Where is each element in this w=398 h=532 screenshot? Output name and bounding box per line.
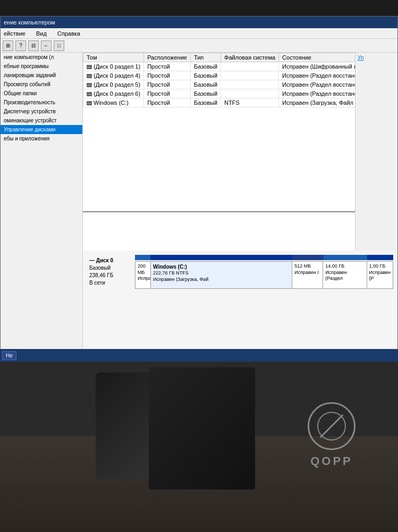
disk-partitions: 200 МБ Исправе Windows (C:) 222,76 ГБ NT… (135, 261, 393, 289)
disk-size: 238,46 ГБ (89, 272, 133, 279)
partition-5-status: Исправен (Р (369, 270, 391, 282)
col-status: Состояние (279, 53, 355, 62)
partition-1[interactable]: 200 МБ Исправе (136, 262, 151, 288)
taskbar-item[interactable]: Не (2, 351, 16, 360)
brand-text: QOPP (308, 454, 355, 468)
table-row[interactable]: (Диск 0 раздел 5) Простой Базовый Исправ… (83, 80, 355, 89)
sidebar-item-scheduler[interactable]: ланировщик заданий (1, 71, 82, 80)
window-title: ение компьютером (4, 19, 55, 26)
cell-name: (Диск 0 раздел 4) (83, 71, 144, 80)
cell-fs (221, 62, 279, 71)
table-row[interactable]: (Диск 0 раздел 6) Простой Базовый Исправ… (83, 89, 355, 98)
col-fs: Файловая система (221, 53, 279, 62)
disk-type: Базовый (89, 264, 133, 272)
brand-circle-icon (308, 402, 355, 450)
menu-view[interactable]: Вид (35, 30, 48, 37)
toolbar-btn-2[interactable]: ? (15, 40, 26, 51)
partition-4-size: 14,00 ГБ (325, 263, 364, 270)
cell-status: Исправен (Раздел восстановления) (279, 80, 355, 89)
partition-5-size: 1,00 ГБ (369, 263, 391, 270)
partition-4[interactable]: 14,00 ГБ Исправен (Раздел (323, 262, 367, 288)
cell-status: Исправен (Раздел восстановления) (279, 89, 355, 98)
sidebar: ние компьютером (л ебные программы ланир… (1, 53, 83, 357)
cell-status: Исправен (Шифрованный (EFI) систе (279, 62, 355, 71)
disk-color-bar (135, 255, 393, 260)
disk-name: — Диск 0 (89, 257, 133, 264)
bar-seg-4 (324, 255, 368, 260)
app-window: ение компьютером ействие Вид Справка ⊞ ?… (0, 16, 398, 356)
bar-seg-1 (135, 255, 150, 260)
partition-1-status: Исправе (138, 276, 148, 282)
toolbar-btn-5[interactable]: □ (54, 40, 64, 51)
cell-layout: Простой (144, 62, 191, 71)
partition-windows-name: Windows (C:) (153, 263, 290, 270)
cell-type: Базовый (190, 80, 221, 89)
brand-logo: QOPP (308, 402, 355, 468)
partition-1-size: 200 МБ (138, 263, 148, 276)
table-row[interactable]: (Диск 0 раздел 1) Простой Базовый Исправ… (83, 62, 355, 71)
cell-fs (221, 80, 279, 89)
cell-type: Базовый (190, 89, 221, 98)
col-layout: Расположение (144, 53, 191, 62)
menu-action[interactable]: ействие (3, 30, 27, 37)
cell-fs: NTFS (221, 98, 279, 107)
physical-area: QOPP (0, 362, 398, 532)
cell-status: Исправен (Загрузка, Файл подкачки, (279, 98, 355, 107)
disk-visual: 200 МБ Исправе Windows (C:) 222,76 ГБ NT… (135, 255, 393, 289)
cell-name: Windows (C:) (83, 98, 144, 107)
toolbar-btn-3[interactable]: ⊟ (28, 40, 39, 51)
cell-type: Базовый (190, 71, 221, 80)
disk-info: — Диск 0 Базовый 238,46 ГБ В сети (87, 255, 135, 289)
cell-type: Базовый (190, 62, 221, 71)
toolbar-btn-1[interactable]: ⊞ (3, 40, 13, 51)
col-volume: Том (83, 53, 144, 62)
sidebar-item-computer[interactable]: ние компьютером (л (1, 53, 82, 62)
cell-layout: Простой (144, 71, 191, 80)
sidebar-item-devices[interactable]: Диспетчер устройств (1, 107, 82, 116)
cell-name: (Диск 0 раздел 5) (83, 80, 144, 89)
table-row[interactable]: (Диск 0 раздел 4) Простой Базовый Исправ… (83, 71, 355, 80)
sidebar-item-storage[interactable]: оминающие устройст (1, 116, 82, 125)
cell-status: Исправен (Раздел восстановления) (279, 71, 355, 80)
toolbar: ⊞ ? ⊟ ← □ (1, 39, 397, 53)
bar-seg-5 (367, 255, 393, 260)
disk-row: — Диск 0 Базовый 238,46 ГБ В сети (87, 255, 393, 289)
title-bar: ение компьютером (1, 16, 397, 28)
action-label-1[interactable]: Уп (358, 55, 395, 61)
taskbar: Не (0, 349, 398, 362)
taskbar-item-label: Не (6, 353, 13, 359)
partition-3-status: Исправен I (294, 270, 320, 276)
sidebar-item-perf[interactable]: Производительность (1, 98, 82, 107)
toolbar-btn-4[interactable]: ← (41, 40, 52, 51)
disk-visual-area: — Диск 0 Базовый 238,46 ГБ В сети (83, 251, 397, 357)
partition-windows-detail1: 222,76 ГБ NTFS (153, 270, 290, 277)
cell-fs (221, 71, 279, 80)
right-panel: Том Расположение Тип Файловая система Со… (83, 53, 397, 357)
sidebar-item-utilities[interactable]: ебные программы (1, 62, 82, 71)
table-row[interactable]: Windows (C:) Простой Базовый NTFS Исправ… (83, 98, 355, 107)
cell-layout: Простой (144, 98, 191, 107)
partition-3[interactable]: 512 МБ Исправен I (292, 262, 323, 288)
sidebar-item-events[interactable]: Просмотр событий (1, 80, 82, 89)
disk-table: Том Расположение Тип Файловая система Со… (83, 53, 355, 107)
cell-type: Базовый (190, 98, 221, 107)
partition-windows-detail2: Исправен (Загрузка, Фай (153, 277, 290, 283)
cell-layout: Простой (144, 89, 191, 98)
bar-seg-3 (292, 255, 323, 260)
sidebar-item-disks[interactable]: Управление дисками (1, 125, 82, 134)
sidebar-item-folders[interactable]: Общие папки (1, 89, 82, 98)
action-panel: Уп (355, 53, 397, 251)
menu-help[interactable]: Справка (56, 30, 81, 37)
cell-name: (Диск 0 раздел 6) (83, 89, 144, 98)
partition-5[interactable]: 1,00 ГБ Исправен (Р (367, 262, 393, 288)
partition-3-size: 512 МБ (294, 263, 320, 270)
partition-4-status: Исправен (Раздел (325, 270, 364, 282)
bar-seg-2 (150, 255, 292, 260)
cell-fs (221, 89, 279, 98)
sidebar-item-services[interactable]: ебы и приложения (1, 134, 82, 143)
cell-name: (Диск 0 раздел 1) (83, 62, 144, 71)
equipment-2 (149, 367, 255, 489)
disk-status: В сети (89, 279, 133, 287)
partition-windows[interactable]: Windows (C:) 222,76 ГБ NTFS Исправен (За… (151, 262, 292, 288)
menu-bar: ействие Вид Справка (1, 28, 397, 39)
